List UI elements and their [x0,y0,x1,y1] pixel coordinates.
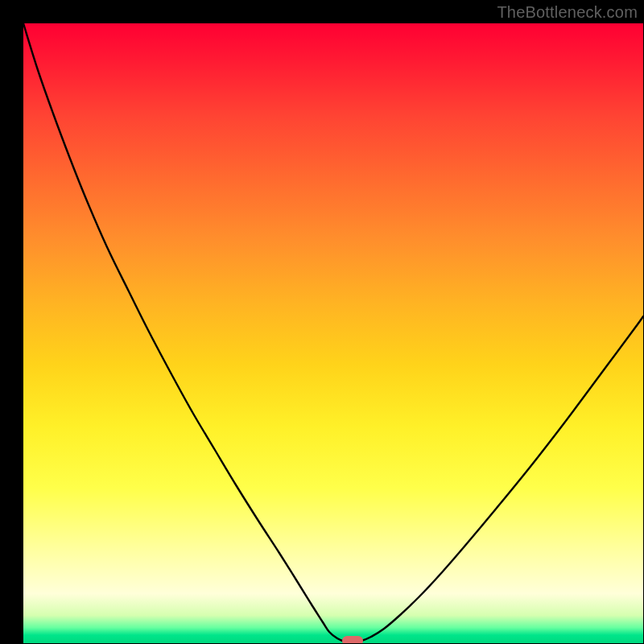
plot-area [23,23,643,643]
watermark-text: TheBottleneck.com [497,3,638,22]
optimum-marker [342,636,363,643]
bottleneck-curve [23,23,643,643]
chart-stage: TheBottleneck.com [0,0,644,644]
